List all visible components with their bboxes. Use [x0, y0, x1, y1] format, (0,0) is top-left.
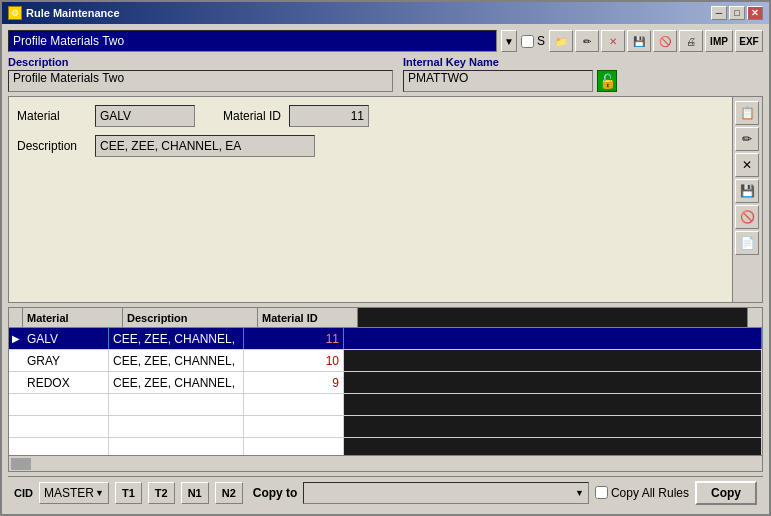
exp-button[interactable]: EXF [735, 30, 763, 52]
description-label: Description [8, 56, 393, 68]
table-section: Material Description Material ID ▶ GALV … [8, 307, 763, 472]
table-row[interactable] [9, 394, 762, 416]
copy-to-select[interactable]: ▼ [303, 482, 589, 504]
cell-material: GALV [23, 328, 109, 349]
main-window: ⚙ Rule Maintenance ─ □ ✕ Profile Materia… [0, 0, 771, 516]
material-id-value: 11 [289, 105, 369, 127]
open-button[interactable]: 📁 [549, 30, 573, 52]
maximize-button[interactable]: □ [729, 6, 745, 20]
print-button[interactable]: 🖨 [679, 30, 703, 52]
col-header-description: Description [123, 308, 258, 327]
cancel-button[interactable]: 🚫 [653, 30, 677, 52]
profile-select[interactable]: Profile Materials Two [8, 30, 497, 52]
table-row[interactable] [9, 416, 762, 438]
copy-all-rules-label: Copy All Rules [595, 486, 689, 500]
cell-rest [344, 350, 762, 371]
material-id-label: Material ID [223, 109, 281, 123]
col-header-matid: Material ID [258, 308, 358, 327]
form-row: Description Profile Materials Two Intern… [8, 56, 763, 92]
copy-to-label: Copy to [253, 486, 298, 500]
col-header-rest [358, 308, 748, 327]
delete-button[interactable]: ✕ [601, 30, 625, 52]
main-left: Material GALV Material ID 11 Description… [9, 97, 732, 302]
description-group: Description Profile Materials Two [8, 56, 393, 92]
s-checkbox[interactable] [521, 35, 534, 48]
cell-material: REDOX [23, 372, 109, 393]
top-row: Profile Materials Two ▼ S 📁 ✏ ✕ 💾 🚫 🖨 IM… [8, 30, 763, 52]
table-body: ▶ GALV CEE, ZEE, CHANNEL, 11 GRAY CEE, Z… [9, 328, 762, 455]
copy-all-rules-checkbox[interactable] [595, 486, 608, 499]
s-checkbox-label: S [521, 34, 545, 48]
row-arrow [9, 372, 23, 393]
n1-button[interactable]: N1 [181, 482, 209, 504]
main-section: Material GALV Material ID 11 Description… [8, 96, 763, 303]
description-input[interactable]: Profile Materials Two [8, 70, 393, 92]
row-arrow [9, 350, 23, 371]
side-cancel-button[interactable]: 🚫 [735, 205, 759, 229]
scroll-thumb[interactable] [11, 458, 31, 470]
lock-icon[interactable]: 🔓 [597, 70, 617, 92]
title-bar: ⚙ Rule Maintenance ─ □ ✕ [2, 2, 769, 24]
side-save-button[interactable]: 💾 [735, 179, 759, 203]
internal-key-group: Internal Key Name PMATTWO 🔓 [403, 56, 617, 92]
side-delete-button[interactable]: ✕ [735, 153, 759, 177]
window-title: Rule Maintenance [26, 7, 711, 19]
cell-matid: 11 [244, 328, 344, 349]
material-row: Material GALV Material ID 11 [17, 105, 724, 127]
side-buttons: 📋 ✏ ✕ 💾 🚫 📄 [732, 97, 762, 302]
material-label: Material [17, 109, 87, 123]
internal-key-input[interactable]: PMATTWO [403, 70, 593, 92]
description-row: Description CEE, ZEE, CHANNEL, EA [17, 135, 724, 157]
table-row[interactable]: REDOX CEE, ZEE, CHANNEL, 9 [9, 372, 762, 394]
cell-matid: 10 [244, 350, 344, 371]
cell-description: CEE, ZEE, CHANNEL, [109, 328, 244, 349]
table-row[interactable]: GRAY CEE, ZEE, CHANNEL, 10 [9, 350, 762, 372]
close-button[interactable]: ✕ [747, 6, 763, 20]
t1-button[interactable]: T1 [115, 482, 142, 504]
title-buttons: ─ □ ✕ [711, 6, 763, 20]
side-view-button[interactable]: 📄 [735, 231, 759, 255]
cell-material: GRAY [23, 350, 109, 371]
cell-description: CEE, ZEE, CHANNEL, [109, 350, 244, 371]
n2-button[interactable]: N2 [215, 482, 243, 504]
imp-button[interactable]: IMP [705, 30, 733, 52]
material-value: GALV [95, 105, 195, 127]
side-copy-button[interactable]: 📋 [735, 101, 759, 125]
cell-rest [344, 328, 762, 349]
profile-dropdown-arrow[interactable]: ▼ [501, 30, 517, 52]
table-header: Material Description Material ID [9, 308, 762, 328]
cid-label: CID [14, 487, 33, 499]
save-button[interactable]: 💾 [627, 30, 651, 52]
internal-key-label: Internal Key Name [403, 56, 617, 68]
cid-select[interactable]: MASTER ▼ [39, 482, 109, 504]
desc-field-label: Description [17, 139, 87, 153]
app-icon: ⚙ [8, 6, 22, 20]
col-header-material: Material [23, 308, 123, 327]
edit-button[interactable]: ✏ [575, 30, 599, 52]
horizontal-scrollbar[interactable] [9, 455, 762, 471]
table-row[interactable]: ▶ GALV CEE, ZEE, CHANNEL, 11 [9, 328, 762, 350]
t2-button[interactable]: T2 [148, 482, 175, 504]
content-area: Profile Materials Two ▼ S 📁 ✏ ✕ 💾 🚫 🖨 IM… [2, 24, 769, 514]
row-arrow: ▶ [9, 328, 23, 349]
copy-button[interactable]: Copy [695, 481, 757, 505]
cell-rest [344, 372, 762, 393]
cell-matid: 9 [244, 372, 344, 393]
desc-field-value: CEE, ZEE, CHANNEL, EA [95, 135, 315, 157]
minimize-button[interactable]: ─ [711, 6, 727, 20]
side-edit-button[interactable]: ✏ [735, 127, 759, 151]
table-row[interactable] [9, 438, 762, 455]
toolbar: 📁 ✏ ✕ 💾 🚫 🖨 IMP EXF [549, 30, 763, 52]
bottom-bar: CID MASTER ▼ T1 T2 N1 N2 Copy to ▼ Copy … [8, 476, 763, 508]
cell-description: CEE, ZEE, CHANNEL, [109, 372, 244, 393]
